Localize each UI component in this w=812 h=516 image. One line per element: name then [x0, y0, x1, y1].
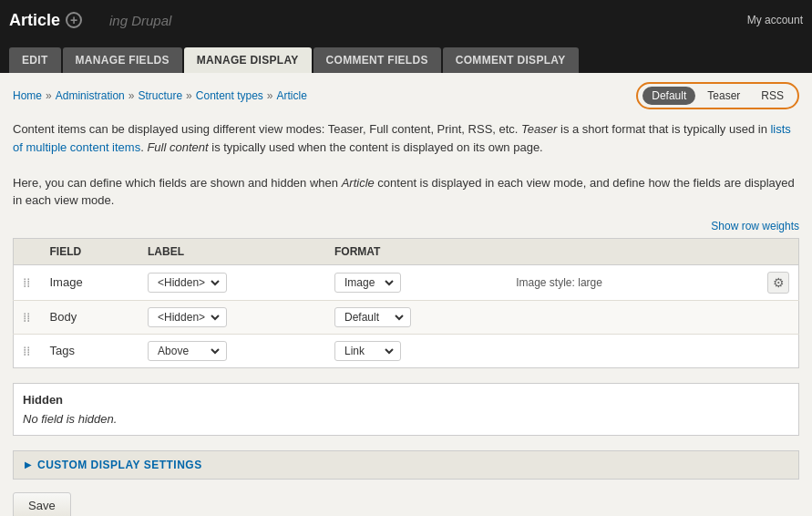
tab-manage-display[interactable]: MANAGE DISPLAY [184, 47, 312, 73]
description-block: Content items can be displayed using dif… [13, 120, 799, 210]
format-select[interactable]: ImageDefaultLink [339, 275, 396, 290]
add-icon[interactable]: + [66, 12, 82, 28]
th-actions [721, 238, 798, 264]
table-row: ⁞⁞Tags<Hidden>AboveInlineHiddenLinkDefau… [14, 334, 799, 367]
view-mode-tabs: Default Teaser RSS [636, 82, 799, 109]
gear-cell [721, 300, 798, 334]
account-link[interactable]: My account [747, 14, 803, 26]
format-cell[interactable]: ImageDefaultLink [325, 264, 507, 300]
label-select[interactable]: <Hidden>AboveInlineHidden [152, 275, 222, 290]
label-cell[interactable]: <Hidden>AboveInlineHidden [139, 264, 325, 300]
tab-edit[interactable]: EDIT [9, 47, 61, 73]
tab-row: EDIT MANAGE FIELDS MANAGE DISPLAY COMMEN… [0, 40, 812, 73]
label-cell[interactable]: <Hidden>AboveInlineHidden [139, 334, 325, 367]
th-field: FIELD [41, 238, 139, 264]
th-format: FORMAT [325, 238, 507, 264]
hidden-empty: No field is hidden. [23, 412, 789, 426]
field-name-cell: Tags [41, 334, 139, 367]
vm-tab-rss[interactable]: RSS [752, 87, 793, 105]
table-row: ⁞⁞Body<Hidden>AboveInlineHiddenDefaultPl… [14, 300, 799, 334]
gear-cell: ⚙ [721, 264, 798, 300]
gear-cell [721, 334, 798, 367]
custom-settings-label: CUSTOM DISPLAY SETTINGS [37, 459, 202, 471]
drag-cell[interactable]: ⁞⁞ [14, 264, 41, 300]
breadcrumb-home[interactable]: Home [13, 89, 42, 102]
custom-settings-toggle[interactable]: ▶ CUSTOM DISPLAY SETTINGS [13, 450, 799, 480]
sep2: » [128, 89, 135, 102]
row-weights-container: Show row weights [13, 219, 799, 232]
hidden-section: Hidden No field is hidden. [13, 383, 799, 436]
breadcrumb: Home » Administration » Structure » Cont… [13, 89, 307, 102]
breadcrumb-structure[interactable]: Structure [138, 89, 182, 102]
top-bar: Article + ing Drupal My account [0, 0, 812, 40]
drag-cell[interactable]: ⁞⁞ [14, 334, 41, 367]
th-extra [507, 238, 721, 264]
image-style-text: Image style: large [516, 276, 602, 289]
extra-cell [507, 334, 721, 367]
format-select[interactable]: DefaultPlain textTrimmed [339, 310, 406, 325]
description-line1: Content items can be displayed using dif… [13, 120, 799, 156]
content-area: Home » Administration » Structure » Cont… [0, 73, 812, 516]
header-row: FIELD LABEL FORMAT [14, 238, 799, 264]
format-cell[interactable]: LinkDefault [325, 334, 507, 367]
breadcrumb-row: Home » Administration » Structure » Cont… [13, 82, 799, 109]
article-title: Article [9, 11, 60, 30]
breadcrumb-article: Article [277, 89, 307, 102]
drupal-logo: ing Drupal [109, 13, 171, 28]
drag-handle[interactable]: ⁞⁞ [23, 275, 30, 290]
table-header: FIELD LABEL FORMAT [14, 238, 799, 264]
th-label: LABEL [139, 238, 325, 264]
description-line2: Here, you can define which fields are sh… [13, 174, 799, 210]
label-select[interactable]: <Hidden>AboveInlineHidden [152, 310, 222, 325]
settings-gear-button[interactable]: ⚙ [767, 272, 789, 294]
table-row: ⁞⁞Image<Hidden>AboveInlineHiddenImageDef… [14, 264, 799, 300]
save-button[interactable]: Save [13, 492, 71, 517]
field-name-cell: Image [41, 264, 139, 300]
drag-handle[interactable]: ⁞⁞ [23, 344, 30, 358]
tab-comment-display[interactable]: COMMENT DISPLAY [443, 47, 579, 73]
tab-manage-fields[interactable]: MANAGE FIELDS [63, 47, 182, 73]
fields-table: FIELD LABEL FORMAT ⁞⁞Image<Hidden>AboveI… [13, 238, 799, 368]
field-name-cell: Body [41, 300, 139, 334]
show-row-weights-link[interactable]: Show row weights [711, 220, 799, 232]
table-body: ⁞⁞Image<Hidden>AboveInlineHiddenImageDef… [14, 264, 799, 367]
drag-cell[interactable]: ⁞⁞ [14, 300, 41, 334]
breadcrumb-content-types[interactable]: Content types [196, 89, 263, 102]
drag-handle[interactable]: ⁞⁞ [23, 310, 30, 325]
lists-link[interactable]: lists of multiple content items [13, 122, 791, 154]
sep1: » [46, 89, 52, 102]
tab-comment-fields[interactable]: COMMENT FIELDS [313, 47, 441, 73]
vm-tab-teaser[interactable]: Teaser [698, 87, 749, 105]
extra-cell: Image style: large [507, 264, 721, 300]
extra-cell [507, 300, 721, 334]
sep3: » [186, 89, 192, 102]
format-select[interactable]: LinkDefault [339, 344, 396, 358]
triangle-icon: ▶ [25, 459, 32, 470]
vm-tab-default[interactable]: Default [642, 87, 695, 105]
th-drag [14, 238, 41, 264]
format-cell[interactable]: DefaultPlain textTrimmed [325, 300, 507, 334]
page-title: Article + [9, 11, 82, 30]
label-cell[interactable]: <Hidden>AboveInlineHidden [139, 300, 325, 334]
hidden-title: Hidden [23, 393, 789, 407]
sep4: » [267, 89, 273, 102]
breadcrumb-admin[interactable]: Administration [56, 89, 125, 102]
view-mode-container: Default Teaser RSS [636, 82, 799, 109]
label-select[interactable]: <Hidden>AboveInlineHidden [152, 344, 222, 358]
